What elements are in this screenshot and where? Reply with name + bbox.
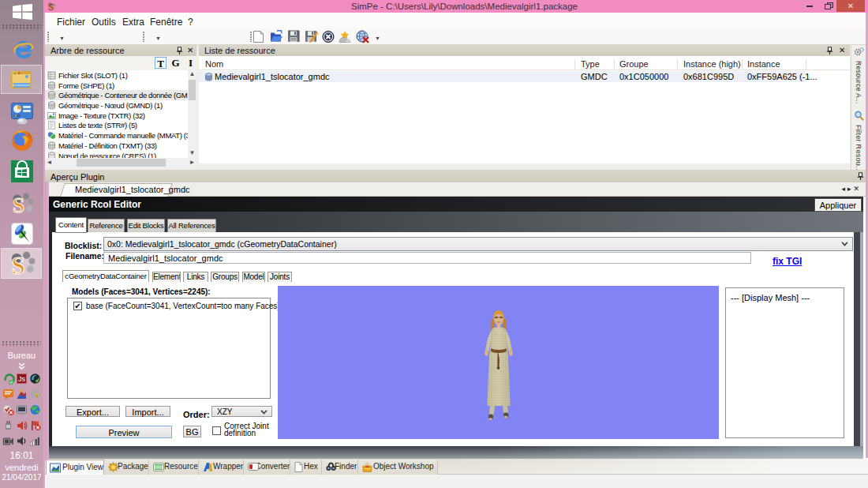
svg-text:Js: Js xyxy=(18,375,26,383)
svg-text:S: S xyxy=(11,253,24,276)
svg-text:S: S xyxy=(13,193,24,215)
